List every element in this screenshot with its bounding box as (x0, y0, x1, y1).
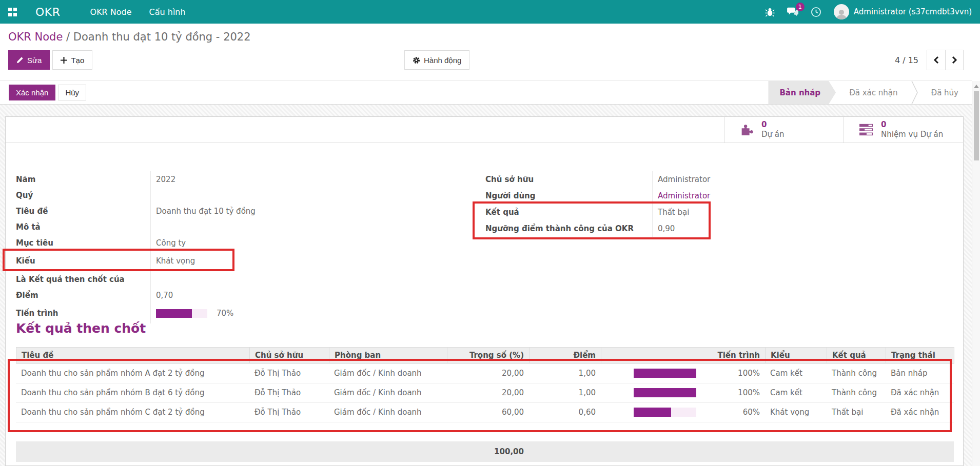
messages-icon[interactable]: 1 (787, 7, 798, 17)
col-kieu[interactable]: Kiểu (766, 348, 827, 363)
empty-row[interactable] (16, 422, 954, 433)
cell-progress[interactable]: 60% (601, 402, 765, 422)
col-diem[interactable]: Điểm (530, 348, 601, 363)
cell-score[interactable]: 1,00 (529, 363, 601, 383)
debug-bug-icon[interactable] (765, 7, 775, 17)
app-brand[interactable]: OKR (35, 6, 61, 18)
field-value[interactable]: Công ty (150, 235, 329, 251)
cell-weight[interactable]: 20,00 (447, 363, 529, 383)
col-ket-qua[interactable]: Kết quả (827, 348, 886, 363)
cell-title[interactable]: Doanh thu cho sản phẩm nhóm A đạt 2 tỷ đ… (16, 363, 249, 383)
cell-weight[interactable]: 20,00 (447, 383, 529, 402)
field-value-progress: 70% (150, 303, 329, 323)
field-value[interactable] (150, 187, 329, 203)
stat-label-nhiem-vu: Nhiệm vụ Dự án (881, 130, 943, 139)
nav-item-okr-node[interactable]: OKR Node (90, 7, 132, 17)
progressbar (156, 309, 207, 318)
edit-button[interactable]: Sửa (8, 50, 50, 70)
content-background: 0 Dự án 0 Nhiệm vụ Dự án (0, 105, 972, 466)
stat-label-du-an: Dự án (761, 130, 785, 139)
cell-result[interactable]: Thất bại (827, 402, 886, 422)
cell-state[interactable]: Bản nháp (886, 363, 954, 383)
cell-state[interactable]: Đã xác nhận (886, 402, 954, 422)
table-row[interactable]: Doanh thu cho sản phẩm nhóm C đạt 2 tỷ đ… (16, 402, 954, 422)
cell-title[interactable]: Doanh thu cho sản phẩm nhóm B đạt 6 tỷ đ… (16, 383, 249, 402)
vertical-scrollbar[interactable] (972, 81, 980, 466)
tasks-icon (858, 123, 874, 136)
cell-score[interactable]: 0,60 (529, 402, 601, 422)
pager-next-button[interactable] (945, 50, 963, 70)
stat-button-nhiem-vu-du-an[interactable]: 0 Nhiệm vụ Dự án (844, 117, 963, 143)
cell-owner[interactable]: Đỗ Thị Thảo (249, 363, 329, 383)
scrollbar-thumb[interactable] (974, 91, 979, 160)
field-value[interactable]: Khát vọng (150, 251, 329, 271)
cell-type[interactable]: Cam kết (765, 383, 827, 402)
state-separator-icon (911, 81, 918, 104)
cell-department[interactable]: Giám đốc / Kinh doanh (329, 363, 447, 383)
user-menu[interactable]: Administrator (s37cmdbt3vvn) (834, 4, 972, 19)
cell-type[interactable]: Khát vọng (765, 402, 827, 422)
field-value[interactable]: 0,70 (150, 287, 329, 303)
cell-progress[interactable]: 100% (601, 363, 765, 383)
table-row[interactable]: Doanh thu cho sản phẩm nhóm B đạt 6 tỷ đ… (16, 383, 954, 402)
navbar: OKR OKR Node Cấu hình 1 Administrator (s… (0, 0, 980, 24)
field-label: Quý (16, 191, 150, 200)
field-value[interactable]: 2022 (150, 171, 329, 187)
cell-department[interactable]: Giám đốc / Kinh doanh (329, 402, 447, 422)
state-pill-ban-nhap[interactable]: Bản nháp (768, 81, 836, 104)
cell-result[interactable]: Thành công (827, 363, 886, 383)
field-tieu-de: Tiêu đề Doanh thu đạt 10 tỷ đồng (16, 203, 329, 219)
field-value[interactable] (150, 271, 329, 287)
col-trong-so[interactable]: Trọng số (%) (447, 348, 530, 363)
field-value[interactable]: Doanh thu đạt 10 tỷ đồng (150, 203, 329, 219)
result-fields-wrap: Kết quả Thất bại Ngưỡng điểm thành công … (485, 204, 732, 237)
field-label: Kết quả (485, 208, 652, 217)
col-tien-trinh[interactable]: Tiến trình (601, 348, 766, 363)
field-value[interactable]: Administrator (652, 171, 732, 188)
row-progressbar (634, 369, 696, 378)
cell-owner[interactable]: Đỗ Thị Thảo (249, 402, 329, 422)
field-label: Điểm (16, 291, 150, 300)
table-row[interactable]: Doanh thu cho sản phẩm nhóm A đạt 2 tỷ đ… (16, 363, 954, 383)
activities-clock-icon[interactable] (811, 7, 821, 17)
cell-state[interactable]: Đã xác nhận (886, 383, 954, 402)
avatar (834, 4, 849, 19)
cell-type[interactable]: Cam kết (765, 363, 827, 383)
progress-label: 70% (217, 309, 233, 318)
scroll-up-arrow-icon[interactable] (974, 85, 979, 88)
col-chu-so-huu[interactable]: Chủ sở hữu (250, 348, 329, 363)
field-kieu: Kiểu Khát vọng (16, 251, 329, 271)
create-button[interactable]: Tạo (52, 50, 92, 70)
field-value-link[interactable]: Administrator (652, 188, 732, 204)
row-progressbar (634, 388, 696, 397)
nav-item-cau-hinh[interactable]: Cấu hình (149, 7, 186, 17)
chevron-left-icon (933, 56, 939, 64)
field-value[interactable]: 0,90 (652, 220, 732, 237)
cell-owner[interactable]: Đỗ Thị Thảo (249, 383, 329, 402)
pencil-icon (16, 56, 24, 64)
apps-menu-icon[interactable] (8, 8, 17, 16)
cancel-button[interactable]: Hủy (58, 85, 86, 100)
col-tieu-de[interactable]: Tiêu đề (16, 348, 250, 363)
field-label: Mô tả (16, 222, 150, 232)
nav-menu: OKR Node Cấu hình (90, 7, 186, 17)
action-button[interactable]: Hành động (404, 50, 469, 70)
field-value[interactable]: Thất bại (652, 204, 732, 220)
cell-result[interactable]: Thành công (827, 383, 886, 402)
state-pill-da-xac-nhan[interactable]: Đã xác nhận (836, 81, 911, 104)
breadcrumb-parent[interactable]: OKR Node (8, 31, 63, 43)
footer-row: 100,00 (16, 441, 954, 462)
cell-progress[interactable]: 100% (601, 383, 765, 402)
pager-previous-button[interactable] (927, 50, 945, 70)
field-value[interactable] (150, 219, 329, 235)
field-nguoi-dung: Người dùng Administrator (485, 188, 732, 204)
col-trang-thai[interactable]: Trạng thái (886, 348, 954, 363)
confirm-button[interactable]: Xác nhận (9, 85, 55, 100)
col-phong-ban[interactable]: Phòng ban (329, 348, 447, 363)
stat-button-du-an[interactable]: 0 Dự án (724, 117, 844, 143)
cell-department[interactable]: Giám đốc / Kinh doanh (329, 383, 447, 402)
state-pill-da-huy[interactable]: Đã hủy (918, 81, 972, 104)
cell-weight[interactable]: 60,00 (447, 402, 529, 422)
cell-score[interactable]: 1,00 (529, 383, 601, 402)
cell-title[interactable]: Doanh thu cho sản phẩm nhóm C đạt 2 tỷ đ… (16, 402, 249, 422)
